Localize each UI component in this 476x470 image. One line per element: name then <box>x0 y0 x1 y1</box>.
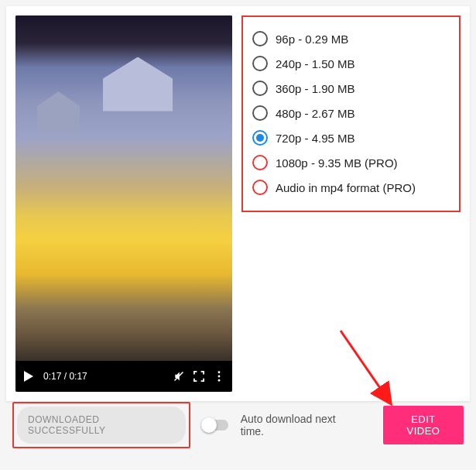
auto-download-label: Auto download next time. <box>241 413 358 437</box>
quality-option-240p[interactable]: 240p - 1.50 MB <box>251 51 451 76</box>
radio-icon <box>252 56 268 71</box>
duration: 0:17 <box>69 371 87 382</box>
video-player[interactable]: 0:17 / 0:17 <box>15 15 232 392</box>
quality-label: Audio in mp4 format (PRO) <box>276 181 416 194</box>
mute-icon[interactable] <box>173 371 184 382</box>
download-status: DOWNLOADED SUCCESSFULLY <box>17 407 186 444</box>
quality-option-1080p-pro[interactable]: 1080p - 9.35 MB (PRO) <box>251 150 451 175</box>
svg-point-1 <box>218 371 221 373</box>
more-icon[interactable] <box>214 371 224 382</box>
quality-options-panel: 96p - 0.29 MB 240p - 1.50 MB 360p - 1.90… <box>241 15 461 212</box>
current-time: 0:17 <box>43 371 61 382</box>
play-icon[interactable] <box>23 371 34 382</box>
download-status-highlight: DOWNLOADED SUCCESSFULLY <box>12 402 190 448</box>
quality-option-audio-pro[interactable]: Audio in mp4 format (PRO) <box>251 175 451 200</box>
quality-option-360p[interactable]: 360p - 1.90 MB <box>251 76 451 101</box>
quality-label: 240p - 1.50 MB <box>276 57 355 70</box>
quality-label: 720p - 4.95 MB <box>276 132 355 145</box>
quality-label: 96p - 0.29 MB <box>276 33 348 46</box>
video-time: 0:17 / 0:17 <box>43 371 87 382</box>
quality-option-480p[interactable]: 480p - 2.67 MB <box>251 101 451 125</box>
quality-label: 1080p - 9.35 MB (PRO) <box>276 156 398 170</box>
quality-label: 480p - 2.67 MB <box>276 107 355 120</box>
radio-icon-selected <box>252 130 268 146</box>
edit-video-button[interactable]: EDIT VIDEO <box>383 406 464 444</box>
radio-icon <box>252 81 268 96</box>
svg-point-2 <box>218 376 221 378</box>
quality-option-96p[interactable]: 96p - 0.29 MB <box>251 26 451 51</box>
auto-download-toggle[interactable] <box>203 420 228 431</box>
radio-icon <box>252 31 268 46</box>
radio-icon <box>252 105 268 121</box>
svg-point-3 <box>218 379 221 382</box>
radio-icon-pro <box>252 155 268 170</box>
quality-label: 360p - 1.90 MB <box>276 82 355 95</box>
fullscreen-icon[interactable] <box>193 371 204 382</box>
video-controls: 0:17 / 0:17 <box>15 361 232 392</box>
video-thumbnail <box>15 15 232 361</box>
quality-option-720p[interactable]: 720p - 4.95 MB <box>251 125 451 150</box>
radio-icon-pro <box>252 180 268 195</box>
main-panel: 0:17 / 0:17 96p - 0.29 MB 240p - 1.50 MB <box>6 6 470 401</box>
bottom-bar: DOWNLOADED SUCCESSFULLY Auto download ne… <box>0 393 476 470</box>
